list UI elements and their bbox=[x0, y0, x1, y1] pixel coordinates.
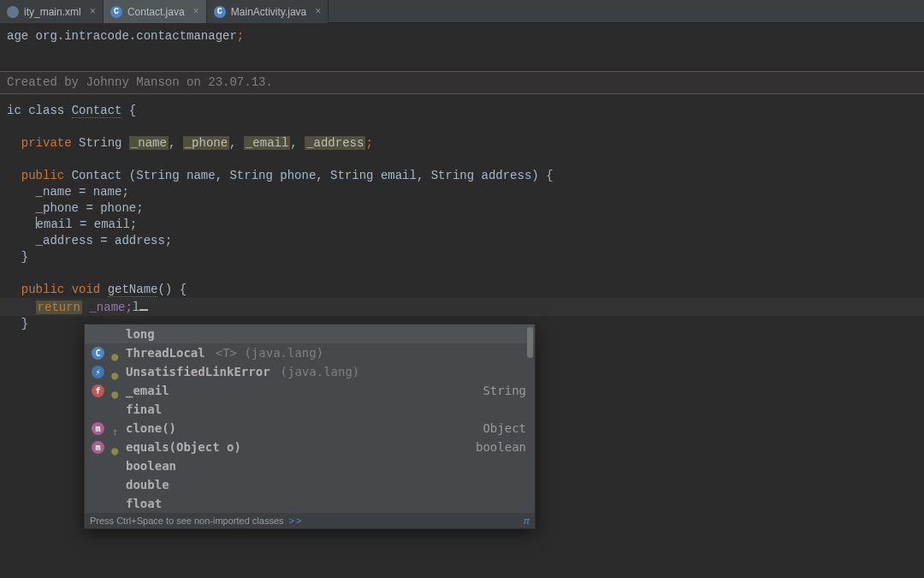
method-icon: m bbox=[92, 422, 104, 435]
tab-label: ity_main.xml bbox=[24, 6, 81, 18]
tab-mainactivity-java[interactable]: C MainActivity.java × bbox=[207, 0, 329, 23]
footer-hint: Press Ctrl+Space to see non-imported cla… bbox=[90, 515, 284, 526]
class-name: Contact bbox=[72, 104, 122, 118]
tab-label: MainActivity.java bbox=[231, 6, 306, 18]
code-line: ic class Contact { bbox=[0, 103, 924, 119]
tab-label: Contact.java bbox=[127, 6, 185, 18]
completion-popup: long C ● ThreadLocal <T> (java.lang) ⚡ ●… bbox=[84, 324, 536, 529]
completion-item[interactable]: C ● ThreadLocal <T> (java.lang) bbox=[85, 343, 535, 362]
blank-icon bbox=[111, 462, 119, 470]
blank-icon bbox=[92, 403, 104, 416]
code-line: public Contact (String name, String phon… bbox=[0, 168, 924, 184]
override-icon: ↑ bbox=[111, 425, 119, 432]
blank-icon bbox=[92, 498, 104, 510]
java-file-icon: C bbox=[214, 6, 226, 18]
java-file-icon: C bbox=[110, 6, 122, 18]
exception-icon: ⚡ bbox=[92, 366, 104, 378]
completion-item[interactable]: m ↑ clone() Object bbox=[85, 419, 535, 438]
code-comment: Created by Johnny Manson on 23.07.13. bbox=[7, 74, 924, 91]
pi-icon[interactable]: π bbox=[524, 515, 530, 526]
code-line bbox=[0, 152, 924, 168]
code-line: } bbox=[0, 249, 924, 265]
close-icon[interactable]: × bbox=[315, 6, 321, 18]
code-line: email = email; bbox=[0, 217, 924, 233]
class-icon: C bbox=[92, 347, 104, 360]
lock-icon: ● bbox=[111, 387, 119, 395]
completion-item[interactable]: m ● equals(Object o) boolean bbox=[85, 438, 535, 456]
code-line: public void getName() { bbox=[0, 282, 924, 298]
tab-contact-java[interactable]: C Contact.java × bbox=[104, 0, 207, 23]
code-editor[interactable]: age org.intracode.contactmanager; Create… bbox=[0, 23, 924, 332]
lock-icon: ● bbox=[111, 444, 119, 451]
close-icon[interactable]: × bbox=[193, 6, 199, 18]
code-line: _address = address; bbox=[0, 233, 924, 249]
code-line bbox=[0, 119, 924, 135]
field-icon: f bbox=[92, 384, 104, 397]
code-line: _name = name; bbox=[0, 184, 924, 200]
code-line-current: return _name;l bbox=[0, 298, 924, 316]
xml-file-icon bbox=[7, 6, 19, 18]
blank-icon bbox=[111, 481, 119, 489]
blank-icon bbox=[92, 328, 104, 341]
tab-bar: ity_main.xml × C Contact.java × C MainAc… bbox=[0, 0, 924, 23]
blank-icon bbox=[92, 479, 104, 492]
text-cursor-icon bbox=[36, 217, 37, 229]
blank-icon bbox=[111, 331, 119, 338]
completion-item[interactable]: final bbox=[85, 400, 535, 419]
code-line bbox=[0, 265, 924, 282]
completion-item[interactable]: long bbox=[85, 325, 535, 343]
code-line bbox=[0, 45, 924, 61]
lock-icon: ● bbox=[111, 349, 119, 357]
completion-item[interactable]: double bbox=[85, 475, 535, 494]
completion-item[interactable]: f ● _email String bbox=[85, 381, 535, 400]
completion-item[interactable]: float bbox=[85, 494, 535, 513]
tab-ity-main[interactable]: ity_main.xml × bbox=[0, 0, 104, 23]
close-icon[interactable]: × bbox=[90, 6, 96, 18]
code-line: age org.intracode.contactmanager; bbox=[0, 28, 924, 45]
blank-icon bbox=[92, 460, 104, 473]
footer-link[interactable]: >> bbox=[289, 515, 304, 526]
blank-icon bbox=[111, 406, 119, 414]
lock-icon: ● bbox=[111, 368, 119, 376]
popup-footer: Press Ctrl+Space to see non-imported cla… bbox=[85, 513, 535, 528]
comment-block: Created by Johnny Manson on 23.07.13. bbox=[0, 71, 924, 94]
blank-icon bbox=[111, 500, 119, 508]
code-line: _phone = phone; bbox=[0, 200, 924, 217]
completion-item[interactable]: ⚡ ● UnsatisfiedLinkError (java.lang) bbox=[85, 362, 535, 381]
method-icon: m bbox=[92, 441, 104, 454]
completion-item[interactable]: boolean bbox=[85, 456, 535, 475]
code-line: private String _name, _phone, _email, _a… bbox=[0, 135, 924, 152]
completion-list[interactable]: long C ● ThreadLocal <T> (java.lang) ⚡ ●… bbox=[85, 325, 535, 513]
